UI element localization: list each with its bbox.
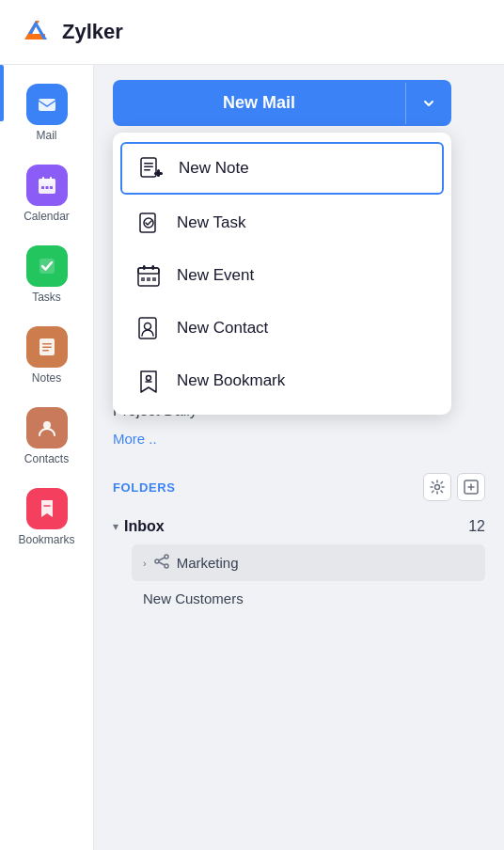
inbox-left: ▾ Inbox (113, 518, 165, 535)
svg-rect-13 (42, 343, 52, 345)
new-note-icon (137, 155, 164, 181)
dropdown-new-note[interactable]: New Note (120, 142, 444, 195)
sidebar-contacts-label: Contacts (24, 452, 69, 465)
sidebar-notes-label: Notes (32, 371, 61, 385)
inbox-count: 12 (468, 518, 485, 535)
sidebar: Mail Calendar (0, 65, 94, 850)
new-bookmark-label: New Bookmark (177, 371, 285, 390)
svg-rect-10 (50, 186, 53, 189)
svg-point-16 (43, 421, 51, 429)
svg-rect-8 (41, 186, 44, 189)
svg-line-40 (159, 558, 165, 560)
new-contact-label: New Contact (177, 319, 268, 338)
svg-rect-19 (144, 166, 153, 168)
dropdown-new-contact[interactable]: New Contact (113, 302, 451, 354)
marketing-share-icon (154, 554, 169, 572)
app-title: Zylker (62, 20, 123, 44)
svg-rect-30 (147, 277, 150, 281)
new-mail-dropdown-arrow[interactable] (405, 83, 451, 124)
sidebar-item-mail[interactable]: Mail (9, 74, 85, 151)
new-contact-icon (135, 315, 162, 341)
svg-point-33 (145, 323, 151, 330)
svg-rect-22 (154, 172, 163, 175)
new-item-dropdown: New Note New Task (113, 133, 451, 415)
marketing-label: Marketing (177, 555, 239, 571)
folders-header: FOLDERS (113, 465, 485, 509)
sidebar-bookmarks-label: Bookmarks (18, 533, 74, 546)
inbox-row[interactable]: ▾ Inbox 12 (113, 509, 485, 544)
svg-rect-6 (42, 177, 44, 181)
svg-rect-15 (42, 350, 49, 352)
bookmarks-icon-box (26, 488, 68, 529)
folders-actions (423, 473, 485, 501)
new-event-icon (135, 262, 162, 289)
svg-rect-26 (138, 268, 159, 274)
new-note-label: New Note (179, 159, 249, 178)
svg-rect-14 (42, 347, 52, 349)
sidebar-item-contacts[interactable]: Contacts (9, 398, 85, 475)
svg-point-37 (165, 555, 168, 559)
calendar-icon-box (26, 165, 68, 206)
svg-rect-7 (50, 177, 52, 181)
marketing-chevron-icon: › (143, 558, 147, 569)
new-customers-label: New Customers (143, 590, 244, 606)
svg-point-38 (155, 559, 159, 563)
new-bookmark-icon (135, 368, 162, 394)
svg-point-39 (165, 564, 168, 568)
tasks-icon-box (26, 245, 68, 287)
sidebar-mail-label: Mail (36, 129, 56, 142)
svg-rect-0 (19, 13, 53, 47)
main-layout: Mail Calendar (0, 65, 504, 850)
svg-rect-29 (141, 277, 145, 281)
marketing-row[interactable]: › Marketing (132, 544, 485, 581)
content-below-dropdown: Project Daily More .. FOLDERS (113, 399, 485, 616)
svg-rect-18 (144, 163, 153, 165)
inbox-label: Inbox (124, 518, 165, 535)
folders-add-button[interactable] (457, 473, 485, 501)
folders-settings-button[interactable] (423, 473, 451, 501)
sidebar-item-tasks[interactable]: Tasks (9, 236, 85, 313)
new-mail-button[interactable]: New Mail (113, 80, 451, 126)
svg-point-35 (435, 485, 440, 490)
folders-section: FOLDERS (113, 465, 485, 616)
svg-rect-27 (143, 265, 146, 270)
svg-rect-9 (45, 186, 48, 189)
new-task-label: New Task (177, 213, 245, 232)
svg-rect-5 (39, 179, 55, 183)
sidebar-item-notes[interactable]: Notes (9, 317, 85, 394)
dropdown-new-bookmark[interactable]: New Bookmark (113, 354, 451, 407)
logo-icon (19, 13, 53, 51)
svg-rect-31 (152, 277, 156, 281)
dropdown-new-task[interactable]: New Task (113, 197, 451, 249)
new-event-label: New Event (177, 266, 254, 285)
sidebar-item-calendar[interactable]: Calendar (9, 155, 85, 232)
new-customers-row[interactable]: New Customers (132, 581, 485, 616)
more-link[interactable]: More .. (113, 427, 485, 450)
sidebar-calendar-label: Calendar (24, 210, 70, 223)
mail-icon-box (26, 84, 68, 125)
content-area: New Mail (94, 65, 504, 850)
svg-rect-25 (138, 268, 159, 286)
folders-label: FOLDERS (113, 480, 176, 495)
svg-rect-3 (39, 99, 55, 111)
svg-point-34 (147, 376, 151, 381)
notes-icon-box (26, 326, 68, 368)
dropdown-new-event[interactable]: New Event (113, 249, 451, 302)
sidebar-item-bookmarks[interactable]: Bookmarks (9, 479, 85, 556)
svg-line-41 (159, 562, 165, 565)
app-header: Zylker (0, 0, 504, 65)
inbox-chevron-icon: ▾ (113, 520, 118, 533)
sidebar-tasks-label: Tasks (32, 291, 61, 304)
svg-rect-28 (152, 265, 155, 270)
svg-rect-20 (144, 169, 150, 171)
new-task-icon (135, 210, 162, 236)
new-mail-label[interactable]: New Mail (113, 80, 405, 126)
contacts-icon-box (26, 407, 68, 449)
